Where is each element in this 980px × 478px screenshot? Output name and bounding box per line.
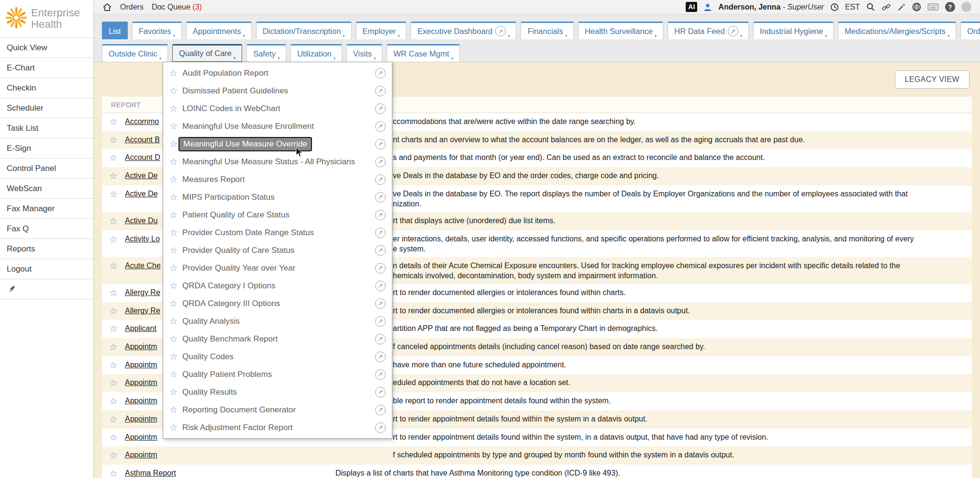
favorite-star-icon[interactable]: ☆ <box>169 333 178 344</box>
favorite-star-icon[interactable]: ☆ <box>169 227 178 238</box>
open-new-window-icon[interactable]: ↗ <box>375 157 386 167</box>
favorite-star-icon[interactable]: ☆ <box>102 341 125 353</box>
menu-item-reporting-document-generator[interactable]: ☆ Reporting Document Generator ↗ <box>163 401 392 419</box>
favorite-star-icon[interactable]: ☆ <box>169 156 178 167</box>
menu-item-meaningful-use-measure-override[interactable]: ☆ Meaningful Use Measure Override ↗ <box>163 135 392 153</box>
tab-orders[interactable]: Orders ‚ <box>960 22 980 39</box>
sidebar-item-webscan[interactable]: WebScan <box>0 179 93 199</box>
menu-item-meaningful-use-measure-enrollment[interactable]: ☆ Meaningful Use Measure Enrollment ↗ <box>163 117 392 135</box>
menu-item-quality-analysis[interactable]: ☆ Quality Analysis ↗ <box>163 312 392 330</box>
favorite-star-icon[interactable]: ☆ <box>102 468 125 478</box>
home-icon[interactable] <box>102 3 112 11</box>
sidebar-item-quick-view[interactable]: Quick View <box>0 38 93 58</box>
favorite-star-icon[interactable]: ☆ <box>102 189 125 201</box>
open-new-window-icon[interactable]: ↗ <box>375 298 386 309</box>
menu-item-meaningful-use-measure-status-all-physicians[interactable]: ☆ Meaningful Use Measure Status - All Ph… <box>163 153 392 171</box>
open-new-window-icon[interactable]: ↗ <box>375 405 386 415</box>
sidebar-item-fax-manager[interactable]: Fax Manager <box>0 199 93 219</box>
tab-wr-case-mgmt[interactable]: WR Case Mgmt ‚ <box>387 44 460 62</box>
open-new-window-icon[interactable]: ↗ <box>375 174 386 185</box>
favorite-star-icon[interactable]: ☆ <box>102 261 125 273</box>
favorite-star-icon[interactable]: ☆ <box>102 171 125 182</box>
tab-safety[interactable]: Safety ‚ <box>246 44 286 62</box>
favorite-star-icon[interactable]: ☆ <box>102 234 125 246</box>
favorite-star-icon[interactable]: ☆ <box>102 152 125 164</box>
favorite-star-icon[interactable]: ☆ <box>169 369 178 380</box>
wand-icon[interactable] <box>897 3 906 11</box>
nav-doc-queue[interactable]: Doc Queue (3) <box>152 3 202 11</box>
menu-item-quality-patient-problems[interactable]: ☆ Quality Patient Problems ↗ <box>163 365 392 383</box>
tab-employer[interactable]: Employer ‚ <box>356 22 407 39</box>
open-new-window-icon[interactable]: ↗ <box>495 26 506 36</box>
favorite-star-icon[interactable]: ☆ <box>102 396 125 408</box>
globe-icon[interactable] <box>912 2 921 11</box>
open-new-window-icon[interactable]: ↗ <box>375 281 386 291</box>
open-new-window-icon[interactable]: ↗ <box>375 263 386 273</box>
tab-visits[interactable]: Visits ‚ <box>346 44 382 62</box>
favorite-star-icon[interactable]: ☆ <box>169 192 178 203</box>
favorite-star-icon[interactable]: ☆ <box>102 323 125 335</box>
keyboard-icon[interactable] <box>927 3 939 11</box>
sidebar-item-task-list[interactable]: Task List <box>0 118 93 138</box>
menu-item-loinc-codes-in-webchart[interactable]: ☆ LOINC Codes in WebChart ↗ <box>163 100 392 117</box>
menu-item-quality-results[interactable]: ☆ Quality Results ↗ <box>163 383 392 401</box>
open-new-window-icon[interactable]: ↗ <box>375 387 386 398</box>
favorite-star-icon[interactable]: ☆ <box>169 387 178 398</box>
favorite-star-icon[interactable]: ☆ <box>169 245 178 256</box>
menu-item-quality-benchmark-report[interactable]: ☆ Quality Benchmark Report ↗ <box>163 330 392 348</box>
favorite-star-icon[interactable]: ☆ <box>102 287 125 299</box>
open-new-window-icon[interactable]: ↗ <box>375 86 386 96</box>
menu-item-mips-participation-status[interactable]: ☆ MIPS Participation Status ↗ <box>163 188 392 206</box>
menu-item-measures-report[interactable]: ☆ Measures Report ↗ <box>163 171 392 188</box>
favorite-star-icon[interactable]: ☆ <box>102 135 125 147</box>
tab-appointments[interactable]: Appointments ‚ <box>186 22 252 39</box>
tab-list[interactable]: List <box>102 22 128 39</box>
menu-item-provider-quality-year-over-year[interactable]: ☆ Provider Quality Year over Year ↗ <box>163 259 392 277</box>
sidebar-item-fax-q[interactable]: Fax Q <box>0 219 93 239</box>
tab-industrial-hygiene[interactable]: Industrial Hygiene ‚ <box>753 22 834 39</box>
open-new-window-icon[interactable]: ↗ <box>375 228 386 238</box>
sidebar-item-e-chart[interactable]: E-Chart <box>0 58 93 78</box>
favorite-star-icon[interactable]: ☆ <box>102 450 125 462</box>
favorite-star-icon[interactable]: ☆ <box>169 138 178 149</box>
open-new-window-icon[interactable]: ↗ <box>375 245 386 256</box>
favorite-star-icon[interactable]: ☆ <box>102 414 125 426</box>
favorite-star-icon[interactable]: ☆ <box>169 280 178 291</box>
menu-item-provider-custom-date-range-status[interactable]: ☆ Provider Custom Date Range Status ↗ <box>163 224 392 241</box>
favorite-star-icon[interactable]: ☆ <box>169 103 178 114</box>
help-icon[interactable]: ? <box>945 2 955 12</box>
open-new-window-icon[interactable]: ↗ <box>375 316 386 327</box>
favorite-star-icon[interactable]: ☆ <box>102 377 125 389</box>
favorite-star-icon[interactable]: ☆ <box>169 121 178 132</box>
sidebar-item-checkin[interactable]: Checkin <box>0 78 93 98</box>
favorite-star-icon[interactable]: ☆ <box>102 360 125 372</box>
favorite-star-icon[interactable]: ☆ <box>169 316 178 327</box>
menu-item-qrda-category-i-options[interactable]: ☆ QRDA Category I Options ↗ <box>163 277 392 295</box>
clock-icon[interactable] <box>830 3 839 11</box>
menu-item-dismissed-patient-guidelines[interactable]: ☆ Dismissed Patient Guidelines ↗ <box>163 82 392 100</box>
sidebar-item-control-panel[interactable]: Control Panel <box>0 159 93 179</box>
menu-item-risk-adjustment-factor-report[interactable]: ☆ Risk Adjustment Factor Report ↗ <box>163 419 392 436</box>
link-icon[interactable] <box>881 3 891 11</box>
open-new-window-icon[interactable]: ↗ <box>375 121 386 132</box>
open-new-window-icon[interactable]: ↗ <box>375 334 386 344</box>
open-new-window-icon[interactable]: ↗ <box>375 210 386 220</box>
favorite-star-icon[interactable]: ☆ <box>169 404 178 415</box>
favorite-star-icon[interactable]: ☆ <box>102 306 125 318</box>
tab-hr-data-feed[interactable]: HR Data Feed ↗ ‚ <box>668 22 749 39</box>
favorite-star-icon[interactable]: ☆ <box>169 174 178 185</box>
favorite-star-icon[interactable]: ☆ <box>169 422 178 433</box>
favorite-star-icon[interactable]: ☆ <box>102 216 125 228</box>
tab-executive-dashboard[interactable]: Executive Dashboard ↗ ‚ <box>411 22 516 39</box>
favorite-star-icon[interactable]: ☆ <box>169 298 178 309</box>
tab-utilization[interactable]: Utilization ‚ <box>290 44 342 62</box>
menu-item-provider-quality-of-care-status[interactable]: ☆ Provider Quality of Care Status ↗ <box>163 241 392 259</box>
open-new-window-icon[interactable]: ↗ <box>375 369 386 380</box>
sidebar-item-reports[interactable]: Reports <box>0 239 93 259</box>
favorite-star-icon[interactable]: ☆ <box>102 116 125 128</box>
menu-item-qrda-category-iii-options[interactable]: ☆ QRDA Category III Options ↗ <box>163 295 392 312</box>
favorite-star-icon[interactable]: ☆ <box>169 85 178 96</box>
tab-financials[interactable]: Financials ‚ <box>521 22 573 39</box>
avatar[interactable] <box>961 2 971 12</box>
nav-orders[interactable]: Orders <box>120 3 144 11</box>
